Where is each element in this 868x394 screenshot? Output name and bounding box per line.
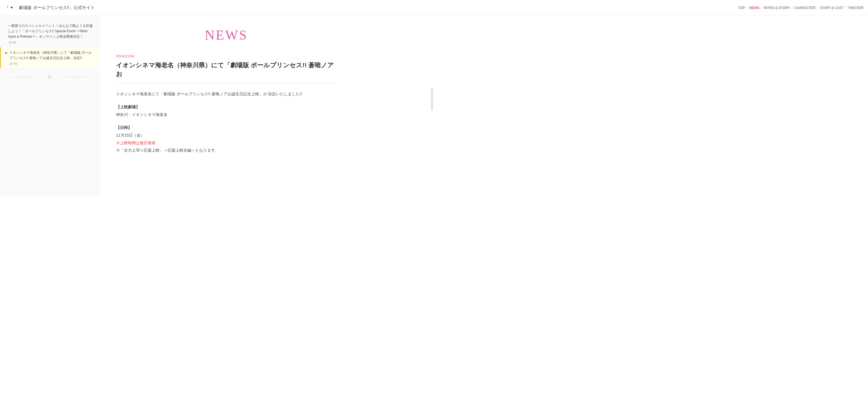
news-item-text-2: イオンシネマ海老名（神奈川県）にて「劇場版 ポールプリンセス!! 蒼唯ノアお誕生…	[9, 50, 94, 61]
time-notice: ※「全力上等☆応援上映」＜応援上映全編＞となります。	[116, 148, 219, 153]
site-title: ✦ 劇場版 ポールプリンセス!!」公式サイト	[0, 5, 95, 10]
site-header: ✦ 劇場版 ポールプリンセス!!」公式サイト TOP / NEWS / INTR…	[0, 0, 434, 16]
article-body: イオンシネマ海老名にて「劇場版 ポールプリンセス!! 蒼唯ノアお誕生日記念上映」…	[116, 90, 337, 154]
main-content: NEWS 2024/11/04 イオンシネマ海老名（神奈川県）にて「劇場版 ポー…	[99, 16, 434, 197]
news-item-header-2: ▶ イオンシネマ海老名（神奈川県）にて「劇場版 ポールプリンセス!! 蒼唯ノアお…	[5, 50, 94, 61]
article-title: イオンシネマ海老名（神奈川県）にて「劇場版 ポールプリンセス!! 蒼唯ノアお	[116, 61, 337, 78]
date-text: 11月15日（金）	[116, 133, 145, 137]
news-sidebar: ○ 一夜限りのスペシャルイベント！みんなで観よう＆応援しよう！「ポールプリンセス…	[0, 16, 99, 197]
venue-text: 神奈川：イオンシネマ海老名	[116, 112, 167, 117]
news-list-item-active[interactable]: ▶ イオンシネマ海老名（神奈川県）にて「劇場版 ポールプリンセス!! 蒼唯ノアお…	[0, 47, 99, 68]
page-wrapper: ○ 一夜限りのスペシャルイベント！みんなで観よう＆応援しよう！「ポールプリンセス…	[0, 0, 434, 197]
news-item-header: ○ 一夜限りのスペシャルイベント！みんなで観よう＆応援しよう！「ポールプリンセス…	[4, 23, 94, 40]
venue-section: 【上映劇場】 神奈川：イオンシネマ海老名	[116, 103, 337, 118]
news-list-item[interactable]: ○ 一夜限りのスペシャルイベント！みんなで観よう＆応援しよう！「ポールプリンセス…	[0, 20, 99, 47]
news-item-time-2: 10:40	[9, 62, 94, 65]
article-intro: イオンシネマ海老名にて「劇場版 ポールプリンセス!! 蒼唯ノアお誕生日記念上映」…	[116, 90, 337, 98]
date-heading: 【日時】	[116, 125, 132, 130]
ornament-divider: ⚙	[0, 68, 99, 86]
news-item-time-1: 10:40	[8, 41, 94, 44]
date-section: 【日時】 11月15日（金） ※上映時間は後日発表 ※「全力上等☆応援上映」＜応…	[116, 124, 337, 154]
ornament-icon: ⚙	[47, 74, 52, 80]
article-divider	[116, 83, 337, 84]
main-inner: NEWS 2024/11/04 イオンシネマ海老名（神奈川県）にて「劇場版 ポー…	[99, 16, 354, 171]
news-item-text-1: 一夜限りのスペシャルイベント！みんなで観よう＆応援しよう！「ポールプリンセス!!…	[8, 23, 94, 40]
article-date: 2024/11/04	[116, 54, 337, 58]
scroll-indicator[interactable]	[431, 88, 433, 111]
time-notice-red: ※上映時間は後日発表	[116, 140, 156, 145]
star-icon: ✦	[10, 5, 13, 10]
news-bullet-1: ○	[4, 24, 6, 27]
venue-heading: 【上映劇場】	[116, 105, 140, 109]
news-bullet-2: ▶	[5, 51, 8, 55]
section-title: NEWS	[116, 27, 337, 43]
